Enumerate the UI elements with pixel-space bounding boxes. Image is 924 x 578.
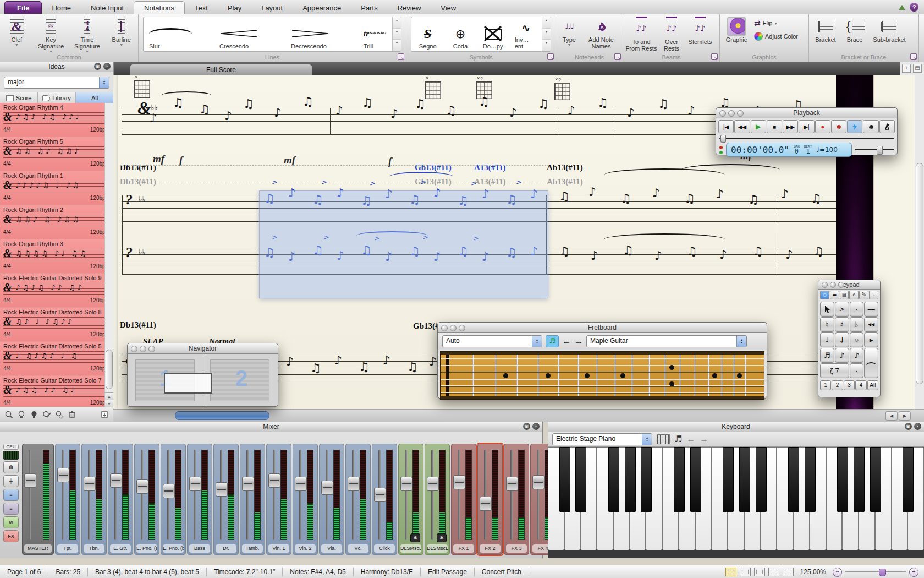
note[interactable]: ♫ bbox=[415, 98, 426, 110]
note[interactable]: ♭♭ bbox=[139, 195, 146, 203]
inverted-mordent-item[interactable]: ∿ Inv…ent bbox=[509, 17, 542, 51]
idea-item[interactable]: Rock Electric Guitar Distorted Solo 9 & … bbox=[0, 274, 113, 308]
navigator-view-rectangle[interactable] bbox=[164, 373, 212, 394]
keyboard-detach-button[interactable]: ▣ bbox=[905, 423, 912, 430]
fader-thumb[interactable] bbox=[163, 484, 175, 498]
note[interactable]: ♪ bbox=[781, 188, 789, 200]
note[interactable]: ♪ bbox=[688, 105, 695, 117]
bracket-dialog-launcher[interactable] bbox=[910, 53, 917, 60]
chord-symbol[interactable]: Ab13(#11) bbox=[547, 177, 583, 187]
tab-file[interactable]: File bbox=[4, 1, 42, 14]
symbols-gallery-scroll[interactable]: ▲▼▼ bbox=[542, 17, 551, 51]
go-to-end-button[interactable]: ▶| bbox=[799, 120, 814, 133]
keypad-voice-1[interactable]: 1 bbox=[820, 380, 831, 390]
dynamic-marking[interactable]: f bbox=[179, 154, 183, 166]
notehead-type-button[interactable]: ♩♩♩ Type bbox=[558, 17, 580, 48]
fader-thumb[interactable] bbox=[374, 488, 386, 502]
live-playback-button[interactable] bbox=[847, 120, 862, 133]
capture-idea-icon[interactable] bbox=[4, 410, 13, 419]
tab-parts[interactable]: Parts bbox=[351, 2, 387, 14]
import-idea-icon[interactable] bbox=[100, 410, 109, 419]
stop-button[interactable]: ■ bbox=[767, 120, 782, 133]
score-hscroll-thumb[interactable] bbox=[175, 411, 270, 420]
keypad-tenuto-key[interactable]: — bbox=[864, 302, 878, 317]
lines-gallery-scroll[interactable]: ▲▼▼ bbox=[392, 17, 401, 51]
keypad-rest-key[interactable]: ζ7 bbox=[820, 363, 849, 378]
mixer-strip-dlsmscd[interactable]: ✱DLSMscD bbox=[425, 444, 450, 555]
mixer-strip-fx-2[interactable]: FX 2 bbox=[477, 444, 503, 555]
playback-titlebar[interactable]: Playback bbox=[716, 108, 897, 118]
fader-thumb[interactable] bbox=[268, 473, 280, 488]
ideas-scrollbar[interactable]: ▲ ▼ bbox=[105, 103, 113, 407]
barline-button[interactable]: Barline bbox=[107, 17, 136, 48]
mixer-strip-vc-[interactable]: Vc. bbox=[345, 444, 371, 555]
keyboard-close-button[interactable]: × bbox=[914, 423, 921, 430]
guitar-string[interactable] bbox=[441, 379, 764, 380]
note[interactable]: ♫ bbox=[559, 246, 570, 258]
note[interactable]: ♭♭ bbox=[151, 103, 158, 111]
note[interactable]: ♪ bbox=[785, 249, 793, 261]
piano-black-key[interactable] bbox=[723, 447, 734, 512]
octave-down-icon[interactable]: ← bbox=[686, 434, 695, 444]
navigator-window[interactable]: Navigator 1 2 bbox=[127, 343, 278, 407]
mixer-effects-button[interactable]: FX bbox=[3, 530, 19, 542]
guitar-string[interactable] bbox=[441, 385, 764, 386]
note[interactable]: ♪ bbox=[141, 105, 148, 117]
piano-black-key[interactable] bbox=[575, 447, 586, 512]
note[interactable]: ♫ bbox=[310, 362, 321, 374]
keypad-sharp-key[interactable]: ♯ bbox=[835, 317, 849, 332]
metronome-click-button[interactable] bbox=[879, 120, 895, 133]
mixer-strip-vln-1[interactable]: Vln. 1 bbox=[266, 444, 292, 555]
mixer-detach-button[interactable]: ▣ bbox=[523, 423, 530, 430]
chord-symbol[interactable]: Db13(#11) bbox=[120, 163, 156, 172]
idea-item[interactable]: Rock Electric Guitar Distorted Solo 5 & … bbox=[0, 342, 113, 376]
timeline-handle[interactable] bbox=[721, 135, 726, 143]
mixer-strip-fx-3[interactable]: FX 3 bbox=[504, 444, 529, 555]
mixer-staves-gray-button[interactable]: ≡ bbox=[3, 503, 19, 515]
piano-black-key[interactable] bbox=[559, 447, 570, 512]
keypad-sixteenth-note-key[interactable]: ♬ bbox=[820, 348, 834, 363]
piano-black-key[interactable] bbox=[756, 447, 767, 512]
guitar-string[interactable] bbox=[441, 365, 764, 366]
piano-black-key[interactable] bbox=[608, 447, 619, 512]
zoom-out-button[interactable]: − bbox=[833, 568, 842, 577]
chord-symbol[interactable]: Db13(#11) bbox=[120, 320, 156, 330]
minimize-ribbon-icon[interactable] bbox=[899, 5, 905, 10]
next-arrow-icon[interactable]: → bbox=[574, 336, 583, 346]
ideas-tab-all[interactable]: All bbox=[76, 92, 113, 103]
keypad-voice-4[interactable]: 4 bbox=[855, 380, 866, 390]
strip-settings-icon[interactable]: ✱ bbox=[410, 533, 420, 542]
keypad-half-note-key[interactable]: ♩ bbox=[835, 332, 849, 347]
note[interactable]: > bbox=[516, 178, 522, 186]
note[interactable]: ? bbox=[125, 193, 133, 207]
tab-list-button[interactable]: ▤ bbox=[913, 64, 922, 73]
note[interactable]: ♫ bbox=[620, 193, 631, 205]
note[interactable]: ♪ bbox=[150, 112, 157, 124]
note[interactable]: ♪ bbox=[588, 186, 596, 198]
score-vertical-scrollbar[interactable] bbox=[915, 75, 924, 410]
selected-passage-highlight[interactable] bbox=[259, 190, 548, 298]
mixer-strip-vla-[interactable]: Vla. bbox=[319, 444, 344, 555]
bracket-button[interactable]: Bracket bbox=[811, 17, 840, 43]
piano-black-key[interactable] bbox=[837, 447, 848, 512]
ideas-close-button[interactable]: × bbox=[103, 63, 111, 70]
delete-idea-icon[interactable] bbox=[68, 410, 76, 419]
note[interactable]: ♫ bbox=[359, 361, 370, 373]
scroll-left-icon[interactable]: ◀ bbox=[886, 411, 898, 421]
idea-item[interactable]: Rock Organ Rhythm 5 & ♫♫ ♫♪ ♫♫♪ 4/4 120b… bbox=[0, 137, 113, 171]
zoom-icon[interactable] bbox=[737, 110, 744, 117]
mixer-strip-vln-2[interactable]: Vln. 2 bbox=[293, 444, 318, 555]
previous-arrow-icon[interactable]: ← bbox=[562, 336, 571, 346]
note[interactable]: ♪ bbox=[719, 249, 727, 261]
clef-button[interactable]: & Clef bbox=[2, 17, 31, 48]
minimize-icon[interactable] bbox=[830, 282, 836, 288]
idea-item[interactable]: Rock Organ Rhythm 3 & ♫♫♫♫ ♪♩ ♫♫ 4/4 120… bbox=[0, 239, 113, 274]
ideas-search-input[interactable]: major bbox=[4, 77, 109, 89]
symbols-dialog-launcher[interactable] bbox=[547, 53, 554, 60]
note[interactable]: ♪ bbox=[336, 105, 343, 117]
tab-review[interactable]: Review bbox=[388, 2, 431, 14]
close-icon[interactable] bbox=[131, 346, 138, 352]
fader-thumb[interactable] bbox=[321, 481, 333, 495]
beams-over-rests-button[interactable]: ♪♪ Over Rests bbox=[661, 17, 683, 52]
keypad-accent-key[interactable]: > bbox=[835, 302, 849, 317]
